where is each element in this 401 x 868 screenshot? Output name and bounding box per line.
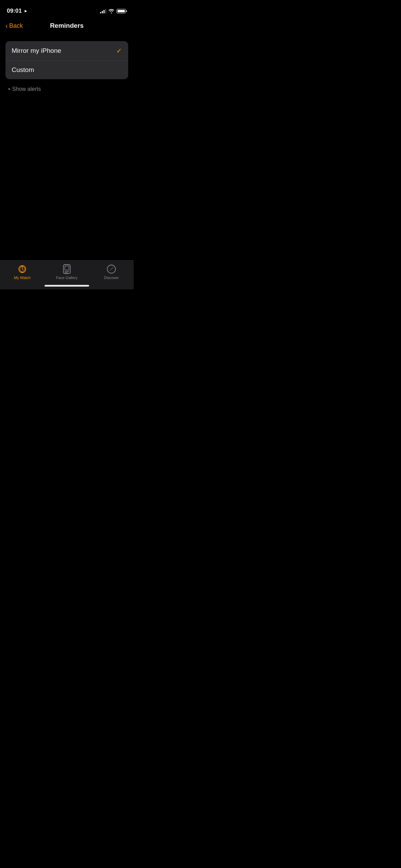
tab-discover[interactable]: Discover <box>89 264 134 280</box>
nav-bar: ‹ Back Reminders <box>0 19 134 33</box>
bullet-icon: • <box>8 86 10 92</box>
home-indicator <box>45 285 89 287</box>
battery-tip <box>126 10 127 12</box>
my-watch-tab-label: My Watch <box>14 276 31 280</box>
signal-bar-1 <box>100 12 101 13</box>
tab-face-gallery[interactable]: Face Gallery <box>45 264 89 280</box>
battery-icon <box>117 9 127 13</box>
signal-bar-2 <box>102 11 103 13</box>
status-time: 09:01 ► <box>7 8 28 14</box>
status-bar: 09:01 ► <box>0 0 134 17</box>
signal-bar-3 <box>104 10 105 13</box>
svg-rect-7 <box>65 266 69 270</box>
custom-label: Custom <box>12 66 34 74</box>
checkmark-icon: ✓ <box>116 47 122 55</box>
location-icon: ► <box>24 9 28 13</box>
wifi-icon <box>108 9 114 13</box>
page-title: Reminders <box>50 22 84 29</box>
discover-icon <box>106 264 117 274</box>
discover-tab-label: Discover <box>104 276 119 280</box>
time-display: 09:01 <box>7 8 22 14</box>
svg-rect-3 <box>21 272 23 273</box>
options-card: Mirror my iPhone ✓ Custom <box>5 41 128 79</box>
battery-body <box>117 9 126 13</box>
battery-fill <box>118 10 125 12</box>
show-alerts-hint: • Show alerts <box>5 85 128 94</box>
status-right-icons <box>100 9 127 13</box>
svg-line-5 <box>22 269 23 270</box>
mirror-iphone-label: Mirror my iPhone <box>12 47 61 55</box>
mirror-iphone-option[interactable]: Mirror my iPhone ✓ <box>5 41 128 60</box>
my-watch-icon <box>17 264 27 274</box>
svg-point-10 <box>107 265 116 273</box>
signal-bar-4 <box>105 9 106 13</box>
face-gallery-icon <box>62 264 72 274</box>
main-content: Mirror my iPhone ✓ Custom • Show alerts <box>0 33 134 94</box>
back-chevron-icon: ‹ <box>5 22 8 29</box>
custom-option[interactable]: Custom <box>5 60 128 79</box>
tab-my-watch[interactable]: My Watch <box>0 264 45 280</box>
back-label: Back <box>9 22 23 29</box>
signal-strength-icon <box>100 9 106 13</box>
face-gallery-tab-label: Face Gallery <box>56 276 77 280</box>
svg-rect-2 <box>21 265 23 266</box>
hint-text: Show alerts <box>12 86 41 92</box>
back-button[interactable]: ‹ Back <box>5 22 23 29</box>
